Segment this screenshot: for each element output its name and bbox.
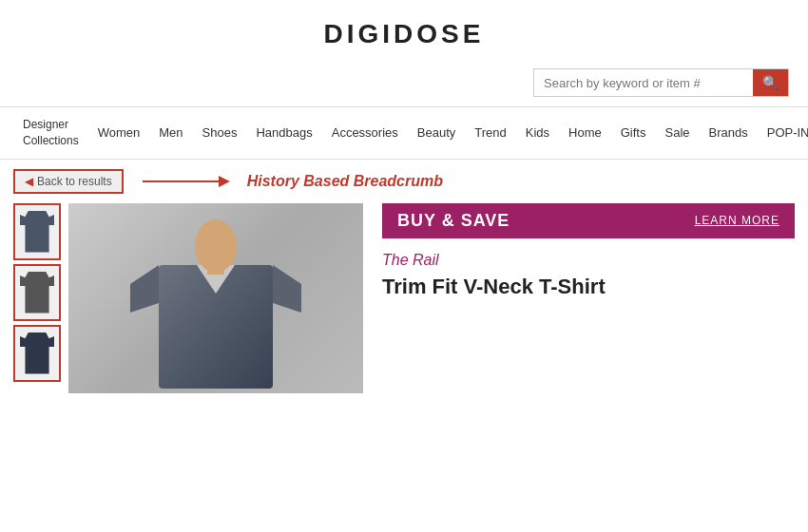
search-row: 🔍 — [0, 59, 808, 106]
nav-item-trend[interactable]: Trend — [465, 114, 515, 151]
annotation-arrow — [143, 172, 238, 191]
nav-item-accessories[interactable]: Accessories — [322, 114, 408, 151]
search-container: 🔍 — [533, 68, 789, 97]
sidebar-item-designer-collections[interactable]: Designer Collections — [13, 107, 88, 159]
nav-item-beauty[interactable]: Beauty — [408, 114, 465, 151]
site-logo: DIGIDOSE — [0, 19, 808, 49]
nav-item-kids[interactable]: Kids — [516, 114, 559, 151]
svg-marker-3 — [130, 265, 159, 313]
thumb-shirt-back — [20, 272, 54, 314]
nav-item-women[interactable]: Women — [88, 114, 150, 151]
header: DIGIDOSE — [0, 0, 808, 59]
nav-item-men[interactable]: Men — [149, 114, 192, 151]
navigation: Designer Collections Women Men Shoes Han… — [0, 106, 808, 160]
nav-item-gifts[interactable]: Gifts — [611, 114, 656, 151]
thumbnail-2[interactable] — [13, 264, 61, 321]
breadcrumb-annotation: History Based Breadcrumb — [143, 172, 443, 191]
buy-save-text: BUY & SAVE — [397, 211, 510, 231]
search-button[interactable]: 🔍 — [753, 69, 788, 96]
back-button-label: Back to results — [37, 175, 112, 188]
product-image-svg — [121, 208, 311, 389]
back-arrow-icon: ◀ — [25, 175, 33, 188]
main-content: BUY & SAVE LEARN MORE The Rail Trim Fit … — [0, 203, 808, 393]
back-to-results-button[interactable]: ◀ Back to results — [13, 169, 124, 194]
thumb-shirt-detail — [20, 332, 54, 374]
product-image-placeholder — [68, 203, 363, 393]
thumbnail-list — [13, 203, 68, 393]
product-info-panel: BUY & SAVE LEARN MORE The Rail Trim Fit … — [382, 203, 795, 393]
product-title: Trim Fit V-Neck T-Shirt — [382, 275, 795, 299]
nav-item-home[interactable]: Home — [559, 114, 611, 151]
search-input[interactable] — [534, 69, 753, 96]
breadcrumb-row: ◀ Back to results History Based Breadcru… — [0, 160, 808, 203]
buy-save-banner: BUY & SAVE LEARN MORE — [382, 203, 795, 238]
nav-item-sale[interactable]: Sale — [655, 114, 699, 151]
thumb-shirt-front — [20, 211, 54, 253]
svg-marker-4 — [273, 265, 301, 313]
thumbnail-1[interactable] — [13, 203, 61, 260]
nav-item-brands[interactable]: Brands — [700, 114, 758, 151]
nav-item-handbags[interactable]: Handbags — [246, 114, 321, 151]
thumbnail-3[interactable] — [13, 325, 61, 382]
nav-item-pop-in[interactable]: POP-IN — [758, 114, 808, 151]
nav-item-shoes[interactable]: Shoes — [193, 114, 247, 151]
product-brand: The Rail — [382, 252, 795, 269]
main-product-image — [68, 203, 363, 393]
svg-rect-7 — [207, 260, 224, 275]
search-icon: 🔍 — [762, 75, 779, 90]
breadcrumb-annotation-label: History Based Breadcrumb — [247, 173, 443, 190]
learn-more-link[interactable]: LEARN MORE — [695, 214, 779, 227]
